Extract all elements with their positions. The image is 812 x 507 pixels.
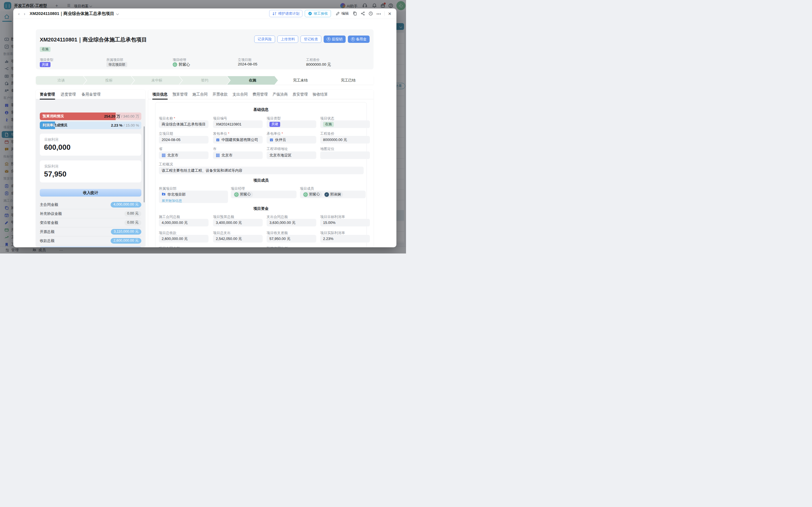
members-field[interactable]: 心郭紫心✓郭淑娴 — [300, 190, 366, 198]
copy-icon[interactable] — [353, 11, 357, 16]
right-tab-验收结算[interactable]: 验收结算 — [313, 90, 328, 99]
income-row-value: 4,000,000.00 元 — [111, 202, 141, 208]
field-支出合同总额[interactable]: 3,630,000.00 元 — [267, 219, 316, 226]
right-tab-费用管理[interactable]: 费用管理 — [253, 90, 268, 99]
field-发包单位[interactable]: 中国建筑集团有限公司 — [213, 136, 263, 144]
field-label: 市 — [213, 147, 217, 152]
title-chevron-down-icon[interactable] — [116, 12, 119, 15]
field-市[interactable]: 北京市 — [213, 152, 263, 159]
income-row: 补充协议金额 0.00 元 — [40, 209, 141, 218]
basic-info-heading: 基础信息 — [156, 107, 367, 112]
more-actions-icon[interactable]: ⋯ — [376, 11, 381, 16]
summary-meta-label: 所属项目部 — [106, 58, 123, 62]
income-stats-header[interactable]: 收入统计 — [40, 189, 141, 196]
profit-bar-value: 2.23 % — [111, 123, 122, 127]
field-项目收支差额[interactable]: 57,950.00 元 — [267, 235, 316, 242]
next-section-header-cut — [40, 246, 141, 247]
field-项目预算总额[interactable]: 3,400,000.00 元 — [213, 219, 263, 226]
right-tab-产值洽商[interactable]: 产值洽商 — [273, 90, 288, 99]
field-地图定位[interactable] — [320, 152, 370, 159]
field-立项日期[interactable]: 2024-08-05 — [159, 136, 209, 144]
right-panel: 项目信息预算管理施工合同开票收款支出合同费用管理产值洽商质安管理验收结算 基础信… — [148, 90, 374, 247]
card-action-上传资料[interactable]: 上传资料 — [277, 36, 298, 43]
left-panel: 资金管理进度管理备用金管理 预算消耗情况 254.20 万/ 340.00 万 … — [36, 90, 145, 247]
left-tab-备用金管理[interactable]: 备用金管理 — [82, 90, 101, 99]
expand-extra-info-link[interactable]: 展开附加信息 — [162, 199, 182, 203]
right-tab-开票收款[interactable]: 开票收款 — [212, 90, 228, 99]
income-row-value: 3,110,000.00 元 — [111, 229, 141, 235]
income-row: 开票总额 3,110,000.00 元 — [40, 227, 141, 236]
field-项目实际利润率[interactable]: 2.23% — [320, 235, 370, 242]
left-tab-资金管理[interactable]: 资金管理 — [40, 90, 55, 99]
folder-dept-icon — [162, 192, 166, 196]
coin-icon: $ — [327, 37, 331, 41]
field-项目类型[interactable]: 房建 — [267, 120, 316, 128]
completion-acceptance-button[interactable]: 竣工验收 — [305, 10, 331, 17]
field-施工合同总额[interactable]: 4,000,000.00 元 — [159, 219, 209, 226]
field-label: 承包单位* — [267, 131, 283, 136]
manager-field[interactable]: 心郭紫心 — [231, 190, 296, 198]
actual-profit-label: 实际利润 — [44, 164, 58, 169]
project-info-card: 基础信息 项目名称* 商业综合体施工总承包项目项目编号 XM2024110801… — [155, 102, 367, 247]
field-label: 地图定位 — [320, 147, 334, 152]
overview-field[interactable]: 该工程主要包括土建工程、设备安装和调试等内容 — [159, 167, 364, 174]
field-项目编号[interactable]: XM2024110801 — [213, 120, 263, 128]
income-row: 变洽签金额 0.00 元 — [40, 218, 141, 227]
field-省[interactable]: 北京市 — [159, 152, 209, 159]
summary-meta-value: 心郭紫心 — [173, 62, 190, 67]
overview-label: 工程概况 — [159, 162, 173, 167]
stepper-step-完工未结[interactable]: 完工未结 — [275, 76, 326, 84]
field-工程造价[interactable]: 8000000.00 元 — [320, 136, 370, 144]
card-action-登记检查[interactable]: 登记检查 — [301, 36, 321, 43]
right-tab-质安管理[interactable]: 质安管理 — [292, 90, 308, 99]
field-项目状态[interactable]: 在施 — [320, 120, 370, 128]
stepper-step-完工已结[interactable]: 完工已结 — [323, 76, 374, 84]
field-项目总支出[interactable]: 2,542,050.00 元 — [213, 235, 263, 242]
budget-bar-total: / 340.00 万 — [121, 114, 139, 119]
left-panel-scrollbar[interactable] — [144, 126, 145, 203]
avatar: 心 — [303, 192, 308, 197]
next-record-button[interactable]: › — [22, 11, 28, 16]
income-row-label: 补充协议金额 — [40, 211, 62, 216]
right-tab-预算管理[interactable]: 预算管理 — [172, 90, 187, 99]
field-label: 工程造价 — [320, 131, 334, 136]
budget-bar-value: 254.20 万 — [104, 114, 120, 119]
stepper-step-在施[interactable]: 在施 — [227, 76, 278, 84]
summary-meta-label: 项目经理 — [173, 58, 186, 62]
income-row-label: 变洽签金额 — [40, 220, 58, 225]
card-action-提报销[interactable]: $提报销 — [324, 36, 345, 43]
stepper-step-投标[interactable]: 投标 — [84, 76, 134, 84]
card-action-记录风险[interactable]: 记录风险 — [254, 36, 275, 43]
edit-button[interactable]: 编辑 — [335, 11, 349, 16]
summary-meta-label: 立项日期 — [238, 58, 252, 62]
field-label: 省 — [159, 147, 163, 152]
budget-consumption-bar: 预算消耗情况 254.20 万/ 340.00 万 — [40, 113, 141, 120]
close-icon[interactable]: ✕ — [388, 11, 392, 16]
actual-profit-value: 57,950 — [44, 170, 67, 178]
income-row-value: 2,600,000.00 元 — [111, 238, 141, 244]
field-label-cut: 项目合同余额 — [159, 246, 180, 247]
history-clock-icon[interactable] — [369, 11, 373, 16]
card-action-备用金[interactable]: $备用金 — [348, 36, 370, 43]
right-tab-项目信息[interactable]: 项目信息 — [152, 90, 168, 99]
status-badge: 在施 — [40, 46, 51, 52]
modal-header: ‹ › XM2024110801｜商业综合体施工总承包项目 维护进度计划 竣工验… — [13, 8, 396, 19]
target-profit-card: 目标利润 600,000 — [40, 134, 141, 156]
field-项目总收款[interactable]: 2,600,000.00 元 — [159, 235, 209, 242]
stepper-step-签约[interactable]: 签约 — [179, 76, 230, 84]
field-承包单位[interactable]: 伙伴云 — [267, 136, 316, 144]
region-grid-icon — [162, 153, 166, 157]
prev-record-button[interactable]: ‹ — [16, 11, 22, 16]
field-项目名称[interactable]: 商业综合体施工总承包项目 — [159, 120, 209, 128]
share-icon[interactable] — [361, 11, 365, 16]
left-tab-进度管理[interactable]: 进度管理 — [61, 90, 76, 99]
right-tab-施工合同[interactable]: 施工合同 — [193, 90, 208, 99]
stepper-step-洽谈[interactable]: 洽谈 — [36, 76, 87, 84]
actual-profit-card: 实际利润 57,950 — [40, 160, 141, 182]
maintain-schedule-button[interactable]: 维护进度计划 — [269, 10, 303, 17]
right-tab-支出合同[interactable]: 支出合同 — [232, 90, 248, 99]
stepper-step-未中标[interactable]: 未中标 — [131, 76, 182, 84]
field-项目目标利润率[interactable]: 15.00% — [320, 219, 370, 226]
income-row: 主合同金额 4,000,000.00 元 — [40, 200, 141, 209]
field-工程详细地址[interactable]: 北京市海淀区 — [267, 152, 316, 159]
